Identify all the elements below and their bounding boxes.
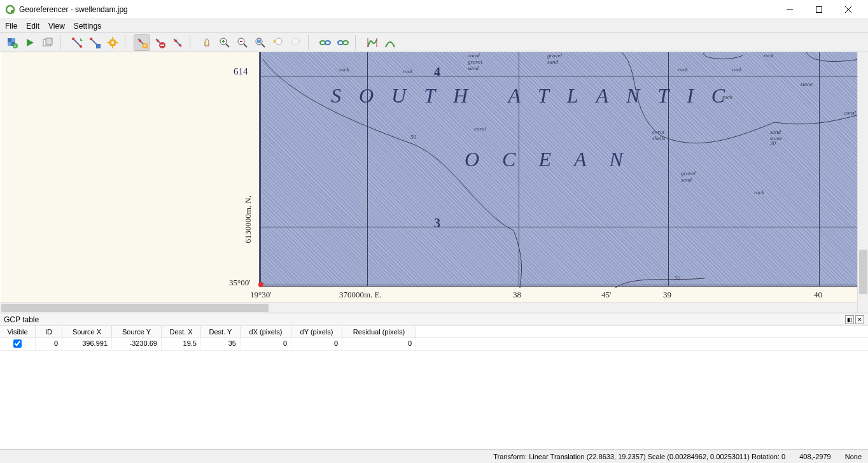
svg-point-15 — [72, 38, 74, 40]
zoom-in-button[interactable] — [216, 34, 233, 51]
full-histogram-stretch-button[interactable] — [364, 34, 381, 51]
axis-lon-40: 40 — [814, 290, 822, 300]
axis-lon-45m: 45' — [601, 290, 611, 300]
axis-lon-1930: 19°30' — [250, 290, 272, 300]
link-qgis-to-georef-button[interactable] — [335, 34, 351, 51]
move-point-button[interactable] — [169, 34, 186, 51]
label-gs: gravel sand — [547, 52, 562, 65]
svg-point-16 — [80, 45, 82, 48]
gridnum-3: 3 — [434, 216, 440, 231]
gcp-table-header: Visible ID Source X Source Y Dest. X Des… — [0, 326, 868, 338]
svg-text:+: + — [14, 44, 17, 48]
svg-point-33 — [179, 44, 181, 46]
svg-point-51 — [343, 41, 348, 45]
zoom-out-button[interactable] — [234, 34, 251, 51]
cell-dpy[interactable]: 0 — [291, 338, 342, 350]
cell-sx[interactable]: 396.991 — [62, 338, 112, 350]
svg-point-29 — [157, 39, 159, 42]
link-georef-to-qgis-button[interactable] — [317, 34, 333, 51]
svg-point-21 — [111, 41, 114, 44]
table-row[interactable]: 0 396.991 -3230.69 19.5 35 0 0 0 — [0, 338, 868, 351]
svg-text:+: + — [143, 43, 146, 48]
svg-rect-6 — [8, 38, 11, 42]
cell-id[interactable]: 0 — [36, 338, 62, 350]
menu-file[interactable]: File — [5, 22, 17, 31]
axis-easting: 370000m. E. — [339, 290, 382, 300]
zoom-next-button[interactable] — [288, 34, 304, 51]
statusbar: Transform: Linear Translation (22.8633, … — [0, 449, 868, 463]
menu-settings[interactable]: Settings — [74, 22, 101, 31]
cell-dx[interactable]: 19.5 — [162, 338, 201, 350]
svg-rect-19 — [96, 44, 101, 48]
col-residual[interactable]: Residual (pixels) — [342, 326, 416, 338]
label-rock: rock — [732, 66, 742, 73]
start-georef-button[interactable] — [22, 34, 38, 51]
delete-point-button[interactable] — [151, 34, 168, 51]
cell-dpx[interactable]: 0 — [241, 338, 291, 350]
svg-line-35 — [226, 44, 229, 47]
row-visible-checkbox[interactable] — [13, 339, 22, 348]
label-coral: coral — [844, 110, 856, 116]
col-dx-pixels[interactable]: dX (pixels) — [241, 326, 291, 338]
col-source-y[interactable]: Source Y — [112, 326, 162, 338]
iso-label-50: 50 — [675, 275, 680, 281]
menu-view[interactable]: View — [48, 22, 65, 31]
label-rock: rock — [339, 66, 349, 73]
pan-button[interactable] — [199, 34, 215, 51]
load-gcp-button[interactable] — [69, 34, 85, 51]
zoom-to-layer-button[interactable] — [252, 34, 269, 51]
svg-marker-17 — [80, 38, 83, 41]
label-cgs: coral gravel sand — [468, 52, 482, 71]
gcp-panel: GCP table ◧ ✕ Visible ID Source X Source… — [0, 313, 868, 452]
neatline-left-margin — [227, 52, 259, 313]
label-rock: rock — [722, 94, 732, 100]
col-dest-y[interactable]: Dest. Y — [201, 326, 241, 338]
label-rock: rock — [678, 66, 688, 73]
svg-point-32 — [174, 39, 177, 42]
close-button[interactable] — [834, 0, 863, 19]
panel-undock-button[interactable]: ◧ — [845, 315, 854, 324]
gcp-table-body: 0 396.991 -3230.69 19.5 35 0 0 0 — [0, 338, 868, 452]
col-dy-pixels[interactable]: dY (pixels) — [291, 326, 342, 338]
zoom-last-button[interactable] — [270, 34, 286, 51]
axis-northing: 6130000m. N. — [243, 196, 253, 243]
horizontal-scrollbar[interactable] — [0, 302, 857, 313]
svg-rect-1 — [11, 10, 14, 13]
label-rock: rock — [403, 68, 413, 75]
label-rock: rock — [764, 52, 774, 59]
minimize-button[interactable] — [775, 0, 804, 19]
cell-res[interactable]: 0 — [342, 338, 416, 350]
col-source-x[interactable]: Source X — [62, 326, 112, 338]
svg-point-49 — [325, 41, 330, 45]
col-id[interactable]: ID — [36, 326, 62, 338]
col-dest-x[interactable]: Dest. X — [162, 326, 201, 338]
ocean-title-2: OCEAN — [465, 148, 646, 171]
label-stone: stone — [801, 81, 813, 87]
vertical-scrollbar[interactable] — [857, 52, 868, 313]
open-raster-button[interactable]: + — [4, 34, 20, 51]
svg-rect-43 — [257, 39, 261, 43]
map-canvas[interactable]: SOUTH ATLANTIC OCEAN rock rock coral gra… — [0, 52, 868, 313]
gcp-point-0[interactable] — [258, 282, 263, 287]
iso-label-20: 20 — [770, 140, 776, 146]
toolbar: + + — [0, 33, 868, 52]
window-controls — [775, 0, 863, 19]
svg-rect-3 — [816, 6, 822, 12]
menubar: File Edit View Settings — [0, 19, 868, 33]
local-histogram-stretch-button[interactable] — [382, 34, 398, 51]
col-visible[interactable]: Visible — [0, 326, 36, 338]
maximize-button[interactable] — [804, 0, 834, 19]
save-gcp-button[interactable] — [87, 34, 103, 51]
transformation-settings-button[interactable] — [104, 34, 121, 51]
cell-dy[interactable]: 35 — [201, 338, 241, 350]
axis-lon-39: 39 — [663, 290, 671, 300]
svg-point-26 — [139, 39, 141, 42]
add-point-button[interactable]: + — [134, 34, 150, 51]
svg-point-18 — [90, 38, 92, 40]
generate-script-button[interactable] — [39, 34, 56, 51]
cell-sy[interactable]: -3230.69 — [112, 338, 162, 350]
label-gs2: gravel sand — [681, 170, 696, 183]
panel-close-button[interactable]: ✕ — [855, 315, 864, 324]
menu-edit[interactable]: Edit — [26, 22, 39, 31]
label-coral-shells: coral shells — [652, 129, 666, 141]
